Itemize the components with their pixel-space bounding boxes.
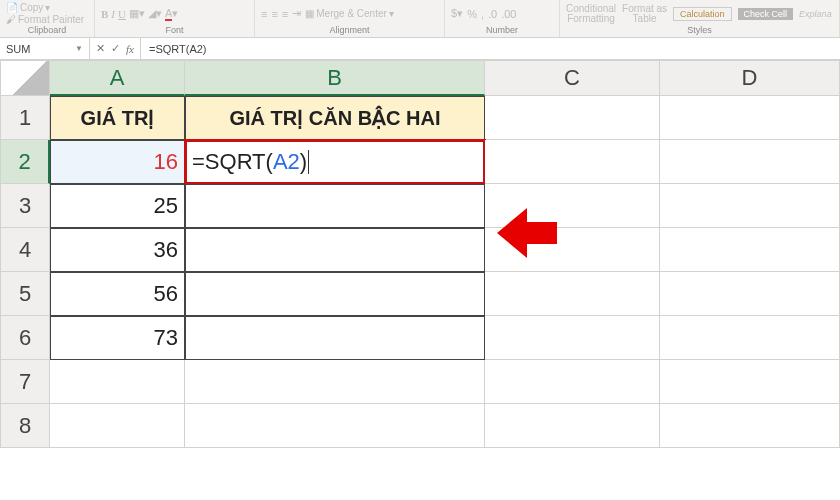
- column-header-C[interactable]: C: [485, 60, 660, 96]
- font-group-label: Font: [101, 25, 248, 36]
- cell-D1[interactable]: [660, 96, 840, 140]
- number-group-label: Number: [451, 25, 553, 36]
- cell-B6[interactable]: [185, 316, 485, 360]
- row-header-1[interactable]: 1: [0, 96, 50, 140]
- cell-B7[interactable]: [185, 360, 485, 404]
- italic-button[interactable]: I: [111, 8, 115, 20]
- comma-button[interactable]: ,: [481, 8, 484, 20]
- percent-button[interactable]: %: [467, 8, 477, 20]
- formula-bar-input[interactable]: =SQRT(A2): [141, 38, 840, 59]
- cell-C5[interactable]: [485, 272, 660, 316]
- format-as-table-button[interactable]: Format as Table: [622, 4, 667, 24]
- row-header-8[interactable]: 8: [0, 404, 50, 448]
- cell-B4[interactable]: [185, 228, 485, 272]
- cell-C1[interactable]: [485, 96, 660, 140]
- ribbon: 📄 Copy ▾ 🖌 Format Painter Clipboard B I …: [0, 0, 840, 38]
- style-calculation[interactable]: Calculation: [673, 7, 732, 21]
- clipboard-group-label: Clipboard: [6, 25, 88, 36]
- cell-A5[interactable]: 56: [50, 272, 185, 316]
- cell-C7[interactable]: [485, 360, 660, 404]
- name-box[interactable]: SUM ▼: [0, 38, 90, 59]
- row-header-3[interactable]: 3: [0, 184, 50, 228]
- name-box-value: SUM: [6, 43, 30, 55]
- cancel-formula-button[interactable]: ✕: [96, 42, 105, 55]
- cell-A7[interactable]: [50, 360, 185, 404]
- chevron-down-icon: ▼: [75, 44, 83, 53]
- copy-button[interactable]: 📄 Copy ▾: [6, 2, 50, 13]
- style-explanatory[interactable]: Explana: [799, 9, 832, 19]
- column-header-B[interactable]: B: [185, 60, 485, 96]
- cell-B8[interactable]: [185, 404, 485, 448]
- alignment-group-label: Alignment: [261, 25, 438, 36]
- merge-center-button[interactable]: ▦ Merge & Center ▾: [305, 8, 394, 19]
- cell-D4[interactable]: [660, 228, 840, 272]
- styles-group-label: Styles: [566, 25, 833, 36]
- format-painter-label: Format Painter: [18, 14, 84, 25]
- cell-B1[interactable]: GIÁ TRỊ CĂN BẬC HAI: [185, 96, 485, 140]
- cell-B2[interactable]: =SQRT(A2): [185, 140, 485, 184]
- formula-bar-value: =SQRT(A2): [149, 43, 207, 55]
- cell-A3[interactable]: 25: [50, 184, 185, 228]
- formula-bar-row: SUM ▼ ✕ ✓ fx =SQRT(A2): [0, 38, 840, 60]
- column-header-A[interactable]: A: [50, 60, 185, 96]
- merge-center-label: Merge & Center: [316, 8, 387, 19]
- select-all-corner[interactable]: [0, 60, 50, 96]
- cell-B3[interactable]: [185, 184, 485, 228]
- cell-A4[interactable]: 36: [50, 228, 185, 272]
- cell-A2[interactable]: 16: [50, 140, 185, 184]
- currency-button[interactable]: $▾: [451, 7, 463, 20]
- align-right-button[interactable]: ≡: [282, 8, 288, 20]
- align-left-button[interactable]: ≡: [261, 8, 267, 20]
- cell-D5[interactable]: [660, 272, 840, 316]
- cell-C8[interactable]: [485, 404, 660, 448]
- row-header-4[interactable]: 4: [0, 228, 50, 272]
- row-header-7[interactable]: 7: [0, 360, 50, 404]
- column-header-D[interactable]: D: [660, 60, 840, 96]
- conditional-formatting-button[interactable]: Conditional Formatting: [566, 4, 616, 24]
- cell-C6[interactable]: [485, 316, 660, 360]
- bold-button[interactable]: B: [101, 8, 108, 20]
- indent-button[interactable]: ⇥: [292, 7, 301, 20]
- cell-C2[interactable]: [485, 140, 660, 184]
- style-check-cell[interactable]: Check Cell: [738, 8, 794, 20]
- copy-label: Copy: [20, 2, 43, 13]
- underline-button[interactable]: U: [118, 8, 126, 20]
- align-center-button[interactable]: ≡: [271, 8, 277, 20]
- cell-C4[interactable]: [485, 228, 660, 272]
- editing-formula-text: =SQRT(A2): [192, 149, 307, 175]
- fx-icon[interactable]: fx: [126, 43, 134, 55]
- cell-D7[interactable]: [660, 360, 840, 404]
- worksheet[interactable]: A B C D 1 GIÁ TRỊ GIÁ TRỊ CĂN BẬC HAI 2 …: [0, 60, 840, 448]
- row-header-5[interactable]: 5: [0, 272, 50, 316]
- cell-D2[interactable]: [660, 140, 840, 184]
- enter-formula-button[interactable]: ✓: [111, 42, 120, 55]
- border-button[interactable]: ▦▾: [129, 7, 145, 20]
- cell-A8[interactable]: [50, 404, 185, 448]
- text-cursor: [308, 150, 309, 174]
- format-painter-button[interactable]: 🖌 Format Painter: [6, 14, 84, 25]
- cell-B5[interactable]: [185, 272, 485, 316]
- column-headers: A B C D: [0, 60, 840, 96]
- increase-decimal-button[interactable]: .0: [488, 8, 497, 20]
- row-header-2[interactable]: 2: [0, 140, 50, 184]
- cell-D8[interactable]: [660, 404, 840, 448]
- cell-A6[interactable]: 73: [50, 316, 185, 360]
- decrease-decimal-button[interactable]: .00: [501, 8, 516, 20]
- cell-D3[interactable]: [660, 184, 840, 228]
- font-color-button[interactable]: A▾: [165, 7, 178, 20]
- cell-C3[interactable]: [485, 184, 660, 228]
- fill-color-button[interactable]: ◢▾: [148, 7, 162, 20]
- cell-D6[interactable]: [660, 316, 840, 360]
- row-header-6[interactable]: 6: [0, 316, 50, 360]
- cell-A1[interactable]: GIÁ TRỊ: [50, 96, 185, 140]
